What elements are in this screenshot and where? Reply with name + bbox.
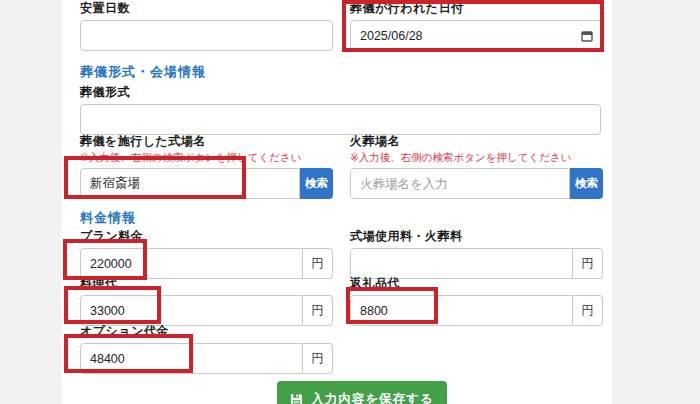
floppy-disk-icon xyxy=(290,393,303,404)
option-fee-label: オプション代金 xyxy=(80,324,333,338)
funeral-date-input[interactable]: 2025/06/28 xyxy=(350,20,603,51)
plan-fee-label: プラン料金 xyxy=(80,229,333,243)
price-section-heading: 料金情報 xyxy=(80,209,136,227)
funeral-format-label: 葬儀形式 xyxy=(80,85,601,99)
plan-fee-input[interactable] xyxy=(80,248,303,279)
calendar-icon[interactable] xyxy=(581,30,593,42)
crematorium-input[interactable] xyxy=(350,168,570,199)
ceremony-hall-search-button[interactable]: 検索 xyxy=(300,168,333,199)
venue-cremation-fee-label: 式場使用料・火葬料 xyxy=(350,229,603,243)
field-crematorium: 火葬場名 ※入力後、右側の検索ボタンを押してください 検索 xyxy=(350,134,603,199)
option-fee-yen-suffix: 円 xyxy=(303,343,333,374)
storage-days-input[interactable] xyxy=(80,20,333,51)
field-venue-cremation-fee: 式場使用料・火葬料 円 xyxy=(350,229,603,279)
field-funeral-date: 葬儀が行われた日付 2025/06/28 xyxy=(350,1,603,51)
crematorium-label: 火葬場名 xyxy=(350,134,603,148)
plan-fee-yen-suffix: 円 xyxy=(303,248,333,279)
storage-days-label: 安置日数 xyxy=(80,1,333,15)
field-option-fee: オプション代金 円 xyxy=(80,324,333,374)
funeral-date-value: 2025/06/28 xyxy=(360,29,423,43)
gift-fee-yen-suffix: 円 xyxy=(573,295,603,326)
ceremony-hall-note: ※入力後、右側の検索ボタンを押してください xyxy=(80,151,333,163)
funeral-date-label: 葬儀が行われた日付 xyxy=(350,1,603,15)
field-food-fee: 料理代 円 xyxy=(80,276,333,326)
crematorium-search-button[interactable]: 検索 xyxy=(570,168,603,199)
option-fee-input[interactable] xyxy=(80,343,303,374)
field-storage-days: 安置日数 xyxy=(80,1,333,51)
gift-fee-input[interactable] xyxy=(350,295,573,326)
funeral-format-input[interactable] xyxy=(80,104,601,135)
form-card: 安置日数 葬儀が行われた日付 2025/06/28 葬儀形式・会場情報 葬儀形式… xyxy=(62,0,612,404)
food-fee-yen-suffix: 円 xyxy=(303,295,333,326)
food-fee-label: 料理代 xyxy=(80,276,333,290)
ceremony-hall-label: 葬儀を施行した式場名 xyxy=(80,134,333,148)
crematorium-note: ※入力後、右側の検索ボタンを押してください xyxy=(350,151,603,163)
field-ceremony-hall: 葬儀を施行した式場名 ※入力後、右側の検索ボタンを押してください 検索 xyxy=(80,134,333,199)
venue-cremation-fee-yen-suffix: 円 xyxy=(573,248,603,279)
save-button[interactable]: 入力内容を保存する xyxy=(277,381,447,404)
food-fee-input[interactable] xyxy=(80,295,303,326)
field-funeral-format: 葬儀形式 xyxy=(80,85,601,135)
field-plan-fee: プラン料金 円 xyxy=(80,229,333,279)
save-button-label: 入力内容を保存する xyxy=(311,391,433,404)
venue-section-heading: 葬儀形式・会場情報 xyxy=(80,63,206,81)
ceremony-hall-input[interactable] xyxy=(80,168,300,199)
gift-fee-label: 返礼品代 xyxy=(350,276,603,290)
venue-cremation-fee-input[interactable] xyxy=(350,248,573,279)
field-gift-fee: 返礼品代 円 xyxy=(350,276,603,326)
